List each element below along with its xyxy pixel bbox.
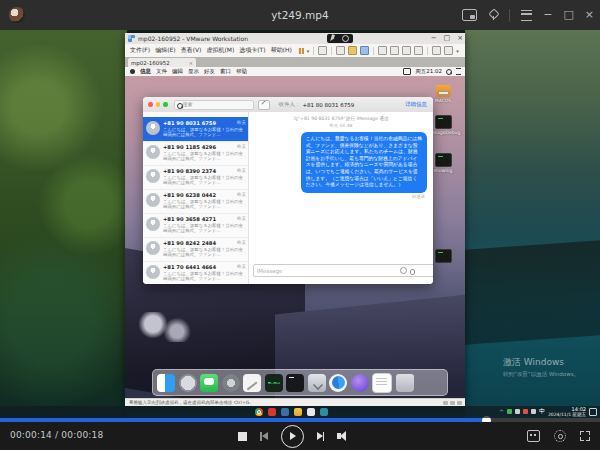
tray-icon[interactable] [531, 409, 536, 414]
volume-button[interactable] [337, 431, 346, 441]
mac-menu-help[interactable]: 帮助 [236, 68, 247, 75]
notification-tray-icon[interactable] [589, 408, 597, 416]
vm-manage-snapshot-button[interactable] [360, 46, 369, 55]
vm-pause-button[interactable] [299, 48, 304, 54]
trash-dock-icon[interactable] [396, 374, 414, 392]
recorder-overlay-badge[interactable] [327, 34, 353, 43]
vm-hdd-status-icon[interactable] [443, 401, 448, 405]
vm-network-status-icon[interactable] [457, 401, 462, 405]
previous-button[interactable] [260, 432, 268, 441]
mac-menu-window[interactable]: 窗口 [220, 68, 231, 75]
vm-snapshot-button[interactable] [336, 46, 345, 55]
app-taskbar-icon-red[interactable] [268, 408, 276, 416]
vmware-close-button[interactable]: × [457, 33, 463, 44]
vm-revert-snapshot-button[interactable] [348, 46, 357, 55]
vm-show-library-button[interactable] [378, 46, 387, 55]
tray-icon[interactable] [507, 409, 512, 414]
input-source-icon[interactable] [403, 68, 411, 75]
pin-on-top-icon[interactable] [488, 10, 498, 20]
conversation-row[interactable]: +81 90 6238 0442 昨天 こんにちは、親愛なるお客様！当社の金融商… [143, 189, 248, 214]
mac-menu-view[interactable]: 显示 [188, 68, 199, 75]
downloads-dock-icon[interactable] [308, 374, 326, 392]
app-taskbar-icon-blue[interactable] [281, 408, 289, 416]
play-button[interactable] [281, 425, 304, 448]
app-dock-icon[interactable] [351, 374, 369, 392]
safari-dock-icon[interactable] [329, 374, 347, 392]
vmware-titlebar[interactable]: mp02-160952 - VMware Workstation − □ × [125, 33, 465, 44]
vm-thumbnail-bar-button[interactable] [390, 46, 399, 55]
vm-unity-button[interactable] [432, 46, 441, 55]
chrome-taskbar-icon[interactable] [255, 408, 263, 416]
vmware-menu-help[interactable]: 帮助(H) [271, 46, 292, 55]
spotlight-icon[interactable] [446, 69, 452, 75]
taskbar-clock[interactable]: 14:02 2024/11/1 星期五 [548, 407, 586, 418]
conversation-row[interactable]: +81 70 6441 4664 昨天 こんにちは、親愛なるお客様！当社の金融商… [143, 261, 248, 284]
conversation-row[interactable]: +81 90 8242 2484 昨天 こんにちは、親愛なるお客様！当社の金融商… [143, 237, 248, 262]
minimize-button[interactable]: − [543, 0, 552, 30]
vmware-menu-view[interactable]: 查看(V) [181, 46, 202, 55]
tray-overflow-chevron[interactable]: ^ [499, 408, 504, 415]
vm-cd-status-icon[interactable] [450, 401, 455, 405]
menu-icon[interactable] [521, 10, 532, 21]
document-dock-icon[interactable] [372, 373, 392, 393]
vmware-menu-file[interactable]: 文件(F) [130, 46, 150, 55]
conversation-row[interactable]: +81 90 3658 4271 昨天 こんにちは、親愛なるお客様！当社の金融商… [143, 213, 248, 238]
compose-button[interactable] [258, 100, 270, 110]
mac-menu-file[interactable]: 文件 [156, 68, 167, 75]
close-button[interactable]: × [585, 0, 594, 30]
settings-button[interactable] [554, 430, 566, 442]
close-traffic-light[interactable] [148, 102, 153, 107]
apple-menu-icon[interactable] [130, 69, 135, 74]
conversation-row-selected[interactable]: +81 90 8031 6759 昨天 こんにちは、親愛なるお客様！当社の金融商… [143, 117, 248, 142]
vmware-menu-vm[interactable]: 虚拟机(M) [206, 46, 234, 55]
microphone-icon[interactable] [410, 269, 415, 275]
vm-external-display-button[interactable] [444, 46, 453, 55]
explorer-taskbar-icon[interactable] [294, 408, 302, 416]
emoji-icon[interactable] [400, 267, 407, 274]
zoom-traffic-light[interactable] [163, 102, 168, 107]
vmware-menu-tabs[interactable]: 选项卡(T) [239, 46, 265, 55]
vmware-maximize-button[interactable]: □ [444, 33, 451, 44]
vm-send-cad-button[interactable] [318, 46, 327, 55]
vm-tab-close-icon[interactable]: × [189, 60, 193, 66]
vm-pause-caret[interactable]: ▾ [307, 48, 310, 54]
vm-console-view-button[interactable] [402, 46, 411, 55]
activity-monitor-dock-icon[interactable] [265, 374, 283, 392]
fullscreen-button[interactable] [580, 431, 590, 441]
video-display-area[interactable]: mp02-160952 - VMware Workstation − □ × 文… [0, 30, 600, 418]
vm-fullscreen-button[interactable] [414, 46, 423, 55]
conversation-row[interactable]: +81 90 8390 2374 昨天 こんにちは、親愛なるお客様！当社の金融商… [143, 165, 248, 190]
mac-menu-app[interactable]: 信息 [140, 68, 151, 75]
notification-center-icon[interactable] [456, 68, 461, 75]
vm-toolbar-caret[interactable]: ▾ [456, 48, 459, 54]
app-taskbar-icon-white[interactable] [307, 408, 315, 416]
messages-titlebar[interactable]: 搜索 收件人： +81 80 8031 6759 详细信息 [143, 97, 433, 113]
next-button[interactable] [317, 432, 325, 441]
terminal-dock-icon[interactable] [286, 374, 304, 392]
maximize-button[interactable]: □ [563, 0, 573, 30]
system-preferences-dock-icon[interactable] [222, 374, 240, 392]
messages-dock-icon[interactable] [200, 374, 218, 392]
vmware-minimize-button[interactable]: − [431, 33, 437, 44]
launchpad-dock-icon[interactable] [179, 374, 197, 392]
mini-player-icon[interactable] [462, 9, 477, 21]
macos-screen[interactable]: 信息 文件 编辑 显示 好友 窗口 帮助 周五21:02 MACOS [125, 67, 465, 398]
conversation-row[interactable]: +81 90 1185 4296 昨天 こんにちは、親愛なるお客様！当社の金融商… [143, 141, 248, 166]
minimize-traffic-light[interactable] [156, 102, 161, 107]
vm-tab[interactable]: mp02-160952 × [128, 58, 196, 67]
textedit-dock-icon[interactable] [243, 374, 261, 392]
tray-icon[interactable] [523, 409, 528, 414]
playlist-button[interactable] [527, 430, 540, 442]
app-taskbar-icon-teal[interactable] [320, 408, 328, 416]
stop-button[interactable] [238, 432, 247, 441]
vmware-menu-edit[interactable]: 编辑(E) [155, 46, 175, 55]
finder-dock-icon[interactable] [157, 374, 175, 392]
conversation-search-field[interactable]: 搜索 [174, 100, 254, 110]
mac-menu-buddies[interactable]: 好友 [204, 68, 215, 75]
conversation-list[interactable]: +81 90 8031 6759 昨天 こんにちは、親愛なるお客様！当社の金融商… [143, 112, 249, 284]
details-button[interactable]: 详细信息 [405, 101, 427, 108]
ime-indicator[interactable]: 中 [539, 407, 545, 416]
tray-icon[interactable] [515, 409, 520, 414]
mac-menu-edit[interactable]: 编辑 [172, 68, 183, 75]
menubar-clock[interactable]: 周五21:02 [415, 68, 442, 75]
